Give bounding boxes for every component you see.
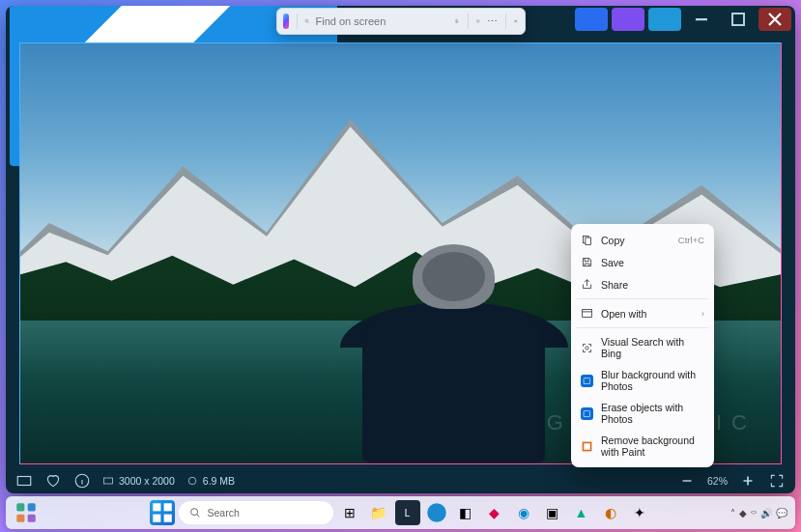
ctx-open-with-label: Open with [601, 308, 646, 320]
copilot-logo-icon[interactable] [283, 14, 289, 29]
ctx-copy-shortcut: Ctrl+C [678, 235, 704, 245]
ctx-blur-bg[interactable]: ▢ Blur background with Photos [571, 364, 714, 397]
filesize-readout: 6.9 MB [186, 475, 235, 487]
maximize-button[interactable] [722, 8, 755, 31]
paint-app-icon [581, 440, 593, 453]
ctx-separator-1 [577, 298, 708, 299]
zoom-value: 62% [707, 475, 728, 487]
titlebar-right [575, 8, 791, 31]
filesize-text: 6.9 MB [203, 475, 235, 487]
photos-app-window: Edit [6, 6, 795, 493]
mic-icon[interactable] [454, 14, 459, 28]
dimensions-text: 3000 x 2000 [119, 475, 175, 487]
taskbar-search[interactable]: Search [179, 501, 333, 524]
chevron-right-icon: › [701, 309, 704, 319]
ctx-open-with[interactable]: Open with › [571, 302, 714, 324]
tray-chevron-icon[interactable]: ˄ [730, 508, 735, 518]
person-subject [340, 233, 568, 463]
svg-rect-21 [163, 503, 171, 511]
ctx-copy-label: Copy [601, 235, 625, 246]
pinned-app-6[interactable]: ▲ [569, 500, 594, 525]
ai-chip-1[interactable] [575, 8, 608, 31]
explorer-icon[interactable]: 📁 [366, 500, 391, 525]
pinned-app-4[interactable]: ◉ [511, 500, 536, 525]
settings-gear-icon[interactable] [475, 14, 480, 28]
svg-rect-5 [17, 477, 31, 486]
save-icon [581, 256, 593, 268]
system-tray[interactable]: ˄ ◆ ⌔ 🔊 💬 [730, 508, 787, 518]
svg-rect-17 [28, 503, 36, 511]
start-button[interactable] [150, 500, 175, 525]
svg-rect-18 [16, 515, 24, 522]
photos-app-icon: ▢ [581, 375, 593, 387]
pinned-app-7[interactable]: ◐ [598, 500, 623, 525]
svg-rect-22 [153, 515, 160, 522]
zoom-out-icon[interactable] [678, 472, 696, 490]
fullscreen-icon[interactable] [768, 472, 786, 490]
widgets-icon[interactable] [14, 500, 39, 525]
ctx-remove-bg-label: Remove background with Paint [601, 434, 704, 458]
copy-icon [581, 234, 593, 246]
zoom-in-icon[interactable] [739, 472, 757, 490]
more-find-icon[interactable]: ⋯ [487, 14, 498, 28]
ctx-blur-bg-label: Blur background with Photos [601, 369, 704, 392]
dimensions-readout: 3000 x 2000 [102, 475, 175, 487]
ctx-separator-2 [577, 327, 708, 328]
svg-point-13 [305, 19, 308, 22]
ctx-visual-search-label: Visual Search with Bing [601, 336, 704, 359]
status-bar: 3000 x 2000 6.9 MB 62% [6, 468, 795, 493]
taskbar-search-icon [188, 506, 202, 519]
minimize-button[interactable] [685, 8, 718, 31]
find-on-screen-bar: ⋯ [276, 8, 526, 35]
edge-icon[interactable] [424, 500, 449, 525]
filmstrip-icon[interactable] [15, 472, 33, 490]
ctx-remove-bg[interactable]: Remove background with Paint [571, 430, 714, 462]
taskbar: Search ⊞ 📁 L ◧ ◆ ◉ ▣ ▲ ◐ ✦ ˄ ◆ ⌔ 🔊 💬 [6, 496, 795, 529]
disk-icon [186, 475, 198, 487]
pinned-app-5[interactable]: ▣ [540, 500, 565, 525]
ctx-copy[interactable]: Copy Ctrl+C [571, 229, 714, 251]
tray-volume-icon[interactable]: 🔊 [760, 508, 772, 518]
ai-chip-2[interactable] [612, 8, 644, 31]
pinned-app-1[interactable]: L [395, 500, 420, 525]
ctx-share[interactable]: Share [571, 273, 714, 295]
taskbar-search-label: Search [208, 507, 240, 518]
ctx-erase-label: Erase objects with Photos [601, 402, 704, 425]
tray-notifications-icon[interactable]: 💬 [776, 508, 787, 518]
tray-icon-1[interactable]: ◆ [739, 508, 747, 518]
pinned-app-3[interactable]: ◆ [482, 500, 507, 525]
ctx-share-label: Share [601, 279, 628, 291]
svg-rect-23 [163, 515, 171, 522]
svg-rect-14 [457, 19, 458, 22]
svg-rect-20 [153, 503, 160, 511]
ctx-save[interactable]: Save [571, 251, 714, 273]
pinned-app-2[interactable]: ◧ [453, 500, 478, 525]
search-icon [304, 14, 309, 28]
svg-point-24 [190, 509, 197, 516]
ai-chip-3[interactable] [648, 8, 681, 31]
find-input[interactable] [315, 15, 448, 27]
share-icon [581, 278, 593, 291]
like-icon[interactable] [44, 472, 62, 490]
dimensions-icon [102, 475, 114, 487]
ctx-erase[interactable]: ▢ Erase objects with Photos [571, 397, 714, 430]
svg-rect-16 [16, 503, 24, 511]
task-view-icon[interactable]: ⊞ [337, 500, 362, 525]
info-status-icon[interactable] [73, 472, 91, 490]
svg-point-15 [477, 20, 478, 21]
svg-rect-10 [586, 238, 591, 244]
ctx-visual-search[interactable]: Visual Search with Bing [571, 331, 714, 364]
visual-search-icon [581, 342, 593, 354]
svg-point-25 [427, 503, 446, 522]
tray-wifi-icon[interactable]: ⌔ [751, 508, 757, 518]
close-button[interactable] [758, 8, 791, 31]
open-with-icon [581, 307, 593, 320]
svg-point-8 [188, 477, 196, 485]
svg-rect-19 [28, 515, 36, 522]
svg-rect-4 [732, 14, 744, 25]
close-find-icon[interactable] [513, 14, 518, 28]
taskbar-center: Search ⊞ 📁 L ◧ ◆ ◉ ▣ ▲ ◐ ✦ [150, 500, 652, 525]
ctx-save-label: Save [601, 257, 624, 268]
pinned-app-8[interactable]: ✦ [627, 500, 652, 525]
svg-point-12 [586, 346, 588, 349]
